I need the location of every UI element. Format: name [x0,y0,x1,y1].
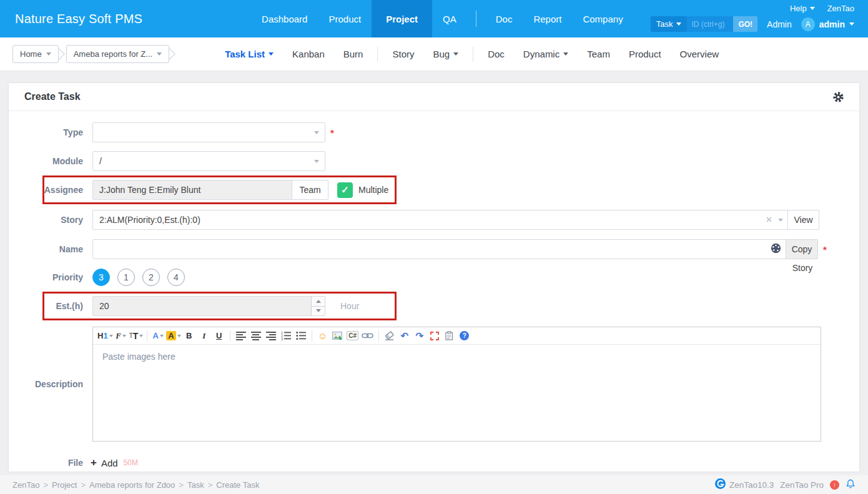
quick-search: Task GO! [651,16,757,32]
breadcrumb-home[interactable]: Home [12,45,59,63]
remove-format-icon[interactable] [383,329,397,343]
underline-icon[interactable]: U [212,329,226,343]
color-palette-icon[interactable] [771,243,781,256]
nav-item-company[interactable]: Company [572,0,633,37]
multiple-checkbox[interactable]: ✓ [337,182,353,198]
clear-icon[interactable]: × [766,215,772,225]
tab-team[interactable]: Team [578,49,619,59]
page-title: Create Task [24,91,81,102]
navbar-right: Help ZenTao Task GO! Admin A admin [637,0,868,37]
tab-story[interactable]: Story [383,49,423,59]
breadcrumb-project[interactable]: Ameba reports for Z... [66,45,169,63]
nav-item-qa[interactable]: QA [432,0,467,37]
story-select-input[interactable] [92,210,788,230]
tab-doc[interactable]: Doc [478,49,514,59]
nav-item-dashboard[interactable]: Dashboard [251,0,318,37]
description-editor-area[interactable]: Paste images here [93,345,821,441]
breadcrumb: Home Ameba reports for Z... [12,45,177,63]
nav-item-project[interactable]: Project [372,0,432,37]
svg-text:3: 3 [281,337,283,340]
text-color-icon[interactable]: A [151,329,165,343]
tab-overview[interactable]: Overview [671,49,729,59]
fullscreen-icon[interactable] [428,329,441,343]
footer-crumb-ameba[interactable]: Ameba reports for Zdoo [89,480,175,490]
nav-item-report[interactable]: Report [523,0,572,37]
help-menu[interactable]: Help [790,4,815,13]
module-select[interactable]: / [92,151,325,171]
tab-bug[interactable]: Bug [423,49,468,59]
search-module-select[interactable]: Task [651,16,688,32]
nav-item-doc[interactable]: Doc [485,0,523,37]
est-hours-input[interactable] [92,296,325,316]
zentao-pro-link[interactable]: ZenTao Pro [780,480,824,490]
rich-text-editor: H1 F TT A A B I U [92,327,821,442]
chevron-down-icon[interactable] [778,219,783,222]
type-select[interactable] [92,122,325,142]
align-center-icon[interactable] [249,329,263,343]
insert-image-icon[interactable] [331,329,345,343]
name-label: Name [9,244,83,254]
editor-help-icon[interactable]: ? [458,329,471,343]
chevron-down-icon [676,22,681,26]
tab-task-list[interactable]: Task List [215,49,283,59]
tab-kanban[interactable]: Kanban [283,49,334,59]
bold-icon[interactable]: B [182,329,196,343]
priority-option-4[interactable]: 4 [167,269,185,286]
priority-option-2[interactable]: 2 [142,269,160,286]
redo-icon[interactable]: ↷ [413,329,427,343]
align-right-icon[interactable] [264,329,278,343]
unordered-list-icon[interactable] [294,329,308,343]
footer-crumb-zentao[interactable]: ZenTao [12,480,39,490]
priority-option-3[interactable]: 3 [92,269,110,286]
chevron-down-icon [810,7,815,10]
task-name-input[interactable] [92,239,786,259]
upgrade-badge-icon[interactable]: ↑ [830,480,839,490]
font-size-icon[interactable]: TT [129,329,144,343]
priority-option-1[interactable]: 1 [117,269,135,286]
undo-icon[interactable]: ↶ [398,329,412,343]
tab-product[interactable]: Product [619,49,671,59]
highlight-color-icon[interactable]: A [166,329,180,343]
admin-link[interactable]: Admin [767,19,792,29]
footer-crumb-create-task[interactable]: Create Task [216,480,259,490]
go-button[interactable]: GO! [733,16,757,32]
tab-dynamic[interactable]: Dynamic [514,49,578,59]
view-story-button[interactable]: View [787,210,819,230]
nav-item-product[interactable]: Product [318,0,372,37]
number-stepper[interactable] [311,297,325,315]
font-family-icon[interactable]: F [114,329,128,343]
user-menu[interactable]: A admin [801,17,854,31]
emoji-icon[interactable]: ☺ [316,329,330,343]
chevron-down-icon [46,52,51,56]
chevron-down-icon [269,52,274,56]
editor-toolbar: H1 F TT A A B I U [93,327,821,345]
tab-divider [377,47,378,62]
search-id-input[interactable] [687,16,733,32]
required-mark: * [823,244,827,255]
footer-crumb-task[interactable]: Task [187,480,204,490]
bell-icon[interactable] [846,478,856,491]
app-brand[interactable]: Nature Easy Soft PMS [0,0,157,37]
project-tabs: Task List Kanban Burn Story Bug Doc Dyna… [215,47,728,62]
copy-story-button[interactable]: Copy [786,239,818,259]
assignee-input[interactable] [92,180,292,200]
paste-icon[interactable] [443,329,456,343]
team-button[interactable]: Team [292,180,328,200]
footer-crumb-project[interactable]: Project [52,480,77,490]
add-file-button[interactable]: + Add [91,457,118,469]
insert-link-icon[interactable] [361,329,375,343]
zentao-link[interactable]: ZenTao [827,4,854,13]
insert-code-icon[interactable]: C# [346,329,360,343]
gear-icon[interactable] [833,92,844,102]
align-left-icon[interactable] [234,329,248,343]
heading-icon[interactable]: H1 [97,329,113,343]
italic-icon[interactable]: I [197,329,211,343]
tab-divider [473,47,473,62]
version-link[interactable]: ZenTao10.3 [729,480,774,490]
chevron-down-icon [849,22,854,26]
multiple-label: Multiple [358,185,388,195]
assignee-label: Assignee [9,185,83,195]
ordered-list-icon[interactable]: 123 [279,329,293,343]
top-navbar: Nature Easy Soft PMS Dashboard Product P… [0,0,868,37]
tab-burn[interactable]: Burn [334,49,373,59]
